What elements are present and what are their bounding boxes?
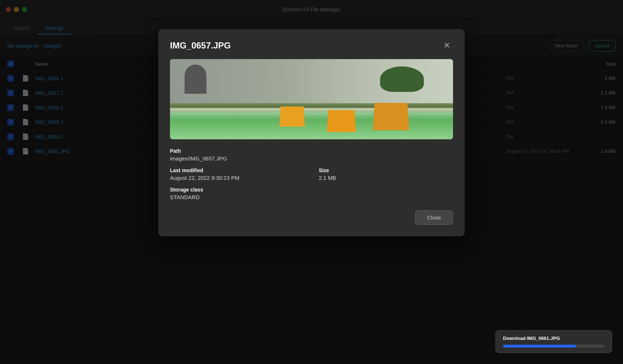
size-value: 2.1 MB bbox=[319, 175, 453, 181]
modal-overlay: IMG_0657.JPG ✕ Path images/IMG_0657.JPG bbox=[0, 0, 623, 364]
progress-bar-background bbox=[503, 345, 604, 348]
file-detail-modal: IMG_0657.JPG ✕ Path images/IMG_0657.JPG bbox=[158, 29, 465, 236]
size-label: Size bbox=[319, 167, 453, 173]
modal-header: IMG_0657.JPG ✕ bbox=[170, 39, 453, 52]
download-filename: Download IMG_0661.JPG bbox=[503, 336, 604, 341]
last-modified-value: August 22, 2022 9:30:23 PM bbox=[170, 175, 304, 181]
storage-class-label: Storage class bbox=[170, 187, 304, 193]
meta-path-section: Path images/IMG_0657.JPG bbox=[170, 148, 453, 162]
modal-title: IMG_0657.JPG bbox=[170, 40, 231, 51]
progress-bar-fill bbox=[503, 345, 576, 348]
file-metadata: Path images/IMG_0657.JPG Last modified A… bbox=[170, 148, 453, 200]
storage-class-value: STANDARD bbox=[170, 194, 304, 200]
path-value: images/IMG_0657.JPG bbox=[170, 155, 453, 162]
close-modal-button[interactable]: Close bbox=[415, 210, 453, 225]
last-modified-label: Last modified bbox=[170, 167, 304, 173]
modal-footer: Close bbox=[170, 210, 453, 225]
modal-close-button[interactable]: ✕ bbox=[441, 39, 453, 52]
meta-storage-section: Storage class STANDARD bbox=[170, 187, 304, 200]
meta-size-section: Size 2.1 MB bbox=[319, 167, 453, 181]
path-label: Path bbox=[170, 148, 453, 154]
file-preview bbox=[170, 59, 453, 139]
meta-modified-section: Last modified August 22, 2022 9:30:23 PM bbox=[170, 167, 304, 181]
preview-scene bbox=[170, 59, 453, 139]
download-progress-panel: Download IMG_0661.JPG bbox=[495, 330, 612, 353]
